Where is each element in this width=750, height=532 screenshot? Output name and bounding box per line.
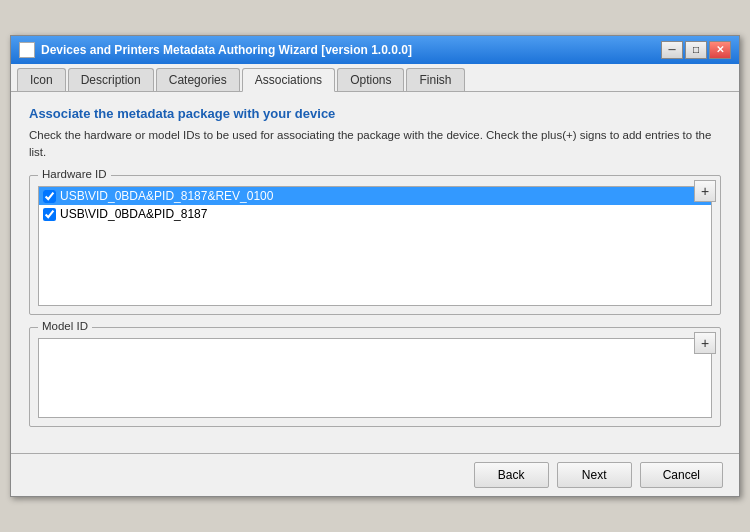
model-id-add-button[interactable]: + (694, 332, 716, 354)
tab-options[interactable]: Options (337, 68, 404, 91)
hardware-id-value-2: USB\VID_0BDA&PID_8187 (60, 207, 207, 221)
model-id-list (38, 338, 712, 418)
back-button[interactable]: Back (474, 462, 549, 488)
model-id-group: Model ID + (29, 327, 721, 427)
maximize-button[interactable]: □ (685, 41, 707, 59)
hardware-id-value-1: USB\VID_0BDA&PID_8187&REV_0100 (60, 189, 273, 203)
model-id-list-wrapper (38, 338, 712, 418)
tab-finish[interactable]: Finish (406, 68, 464, 91)
hardware-id-checkbox-1[interactable] (43, 190, 56, 203)
hardware-id-group: Hardware ID USB\VID_0BDA&PID_8187&REV_01… (29, 175, 721, 315)
description-text: Check the hardware or model IDs to be us… (29, 127, 721, 162)
title-bar-controls: ─ □ ✕ (661, 41, 731, 59)
tab-description[interactable]: Description (68, 68, 154, 91)
hardware-id-list: USB\VID_0BDA&PID_8187&REV_0100 USB\VID_0… (38, 186, 712, 306)
window-icon (19, 42, 35, 58)
main-window: Devices and Printers Metadata Authoring … (10, 35, 740, 498)
close-button[interactable]: ✕ (709, 41, 731, 59)
next-button[interactable]: Next (557, 462, 632, 488)
cancel-button[interactable]: Cancel (640, 462, 723, 488)
hardware-id-checkbox-2[interactable] (43, 208, 56, 221)
list-item[interactable]: USB\VID_0BDA&PID_8187 (39, 205, 711, 223)
tab-associations[interactable]: Associations (242, 68, 335, 92)
hardware-id-list-wrapper: USB\VID_0BDA&PID_8187&REV_0100 USB\VID_0… (38, 186, 712, 306)
tabs-bar: Icon Description Categories Associations… (11, 64, 739, 92)
title-bar-left: Devices and Printers Metadata Authoring … (19, 42, 412, 58)
window-title: Devices and Printers Metadata Authoring … (41, 43, 412, 57)
hardware-id-label: Hardware ID (38, 168, 111, 180)
section-title: Associate the metadata package with your… (29, 106, 721, 121)
title-bar: Devices and Printers Metadata Authoring … (11, 36, 739, 64)
minimize-button[interactable]: ─ (661, 41, 683, 59)
footer: Back Next Cancel (11, 453, 739, 496)
hardware-id-list-container: USB\VID_0BDA&PID_8187&REV_0100 USB\VID_0… (38, 186, 712, 306)
list-item[interactable]: USB\VID_0BDA&PID_8187&REV_0100 (39, 187, 711, 205)
tab-icon[interactable]: Icon (17, 68, 66, 91)
hardware-id-add-button[interactable]: + (694, 180, 716, 202)
content-area: Associate the metadata package with your… (11, 92, 739, 454)
model-id-list-container: + (38, 338, 712, 418)
model-id-label: Model ID (38, 320, 92, 332)
tab-categories[interactable]: Categories (156, 68, 240, 91)
